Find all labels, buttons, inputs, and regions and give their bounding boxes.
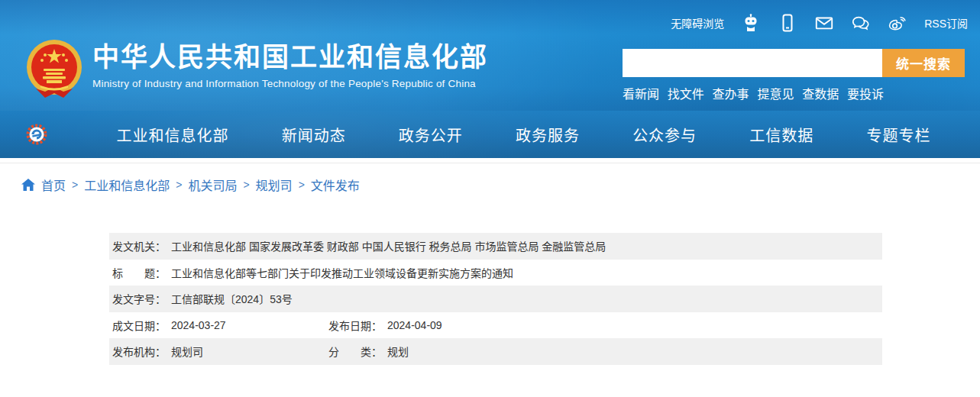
- nav-item-news[interactable]: 新闻动态: [282, 124, 346, 146]
- document-metadata-table: 发文机关： 工业和信息化部 国家发展改革委 财政部 中国人民银行 税务总局 市场…: [109, 233, 882, 365]
- mail-icon[interactable]: [814, 13, 834, 33]
- site-subtitle: Ministry of Industry and Information Tec…: [92, 78, 488, 89]
- meta-row-document-number: 发文字号： 工信部联规〔2024〕53号: [109, 286, 882, 312]
- site-title: 中华人民共和国工业和信息化部: [92, 43, 488, 73]
- meta-row-publisher-category: 发布机构： 规划司 分 类： 规划: [109, 338, 882, 365]
- breadcrumb-separator: >: [299, 179, 305, 191]
- unified-search-button[interactable]: 统一搜索: [882, 49, 965, 77]
- nav-item-special[interactable]: 专题专栏: [866, 124, 930, 146]
- home-icon[interactable]: [21, 179, 35, 191]
- quick-link-complaint[interactable]: 要投诉: [847, 84, 884, 102]
- wechat-icon[interactable]: [851, 13, 871, 33]
- meta-row-dates: 成文日期： 2024-03-27 发布日期： 2024-04-09: [109, 312, 882, 339]
- breadcrumb-separator: >: [72, 179, 78, 191]
- nav-item-gov-affairs[interactable]: 政务公开: [399, 124, 463, 146]
- header-underline: [0, 158, 980, 163]
- meta-value: 工信部联规〔2024〕53号: [171, 291, 293, 306]
- gov-e-logo: [25, 123, 48, 146]
- utility-topbar: 无障碍浏览: [671, 11, 968, 35]
- search-area: 统一搜索 看新闻 找文件 查办事 提意见 查数据 要投诉: [623, 49, 965, 102]
- meta-row-issuing-agency: 发文机关： 工业和信息化部 国家发展改革委 财政部 中国人民银行 税务总局 市场…: [109, 233, 882, 260]
- search-input[interactable]: [623, 49, 882, 77]
- meta-value: 2024-03-27: [171, 319, 226, 331]
- quick-link-news[interactable]: 看新闻: [623, 84, 659, 102]
- breadcrumb-document-release[interactable]: 文件发布: [311, 176, 360, 194]
- meta-label: 发文机关：: [112, 238, 166, 253]
- mobile-icon[interactable]: [778, 13, 797, 33]
- breadcrumb-departments[interactable]: 机关司局: [188, 176, 237, 194]
- quick-links: 看新闻 找文件 查办事 提意见 查数据 要投诉: [623, 84, 884, 102]
- meta-label: 发文字号：: [112, 291, 166, 306]
- meta-value: 规划: [387, 344, 409, 359]
- meta-value: 规划司: [171, 344, 203, 359]
- meta-label: 标 题：: [112, 265, 166, 280]
- meta-label: 成文日期：: [112, 318, 166, 333]
- national-emblem-logo: [25, 38, 83, 101]
- weibo-icon[interactable]: [888, 13, 907, 33]
- robot-icon[interactable]: [741, 13, 761, 33]
- meta-value: 工业和信息化部 国家发展改革委 财政部 中国人民银行 税务总局 市场监管总局 金…: [171, 238, 606, 253]
- brand: 中华人民共和国工业和信息化部 Ministry of Industry and …: [25, 38, 488, 101]
- nav-list: 工业和信息化部 新闻动态 政务公开 政务服务 公众参与 工信数据 专题专栏: [48, 124, 980, 146]
- meta-label: 分 类：: [328, 344, 382, 359]
- quick-link-files[interactable]: 找文件: [668, 84, 704, 102]
- nav-item-participation[interactable]: 公众参与: [632, 124, 697, 146]
- breadcrumb: 首页 > 工业和信息化部 > 机关司局 > 规划司 > 文件发布: [0, 163, 980, 194]
- meta-value: 2024-04-09: [387, 319, 442, 331]
- meta-value: 工业和信息化部等七部门关于印发推动工业领域设备更新实施方案的通知: [171, 265, 513, 280]
- nav-item-miit[interactable]: 工业和信息化部: [117, 124, 229, 146]
- site-header: 无障碍浏览: [0, 0, 980, 158]
- nav-item-gov-services[interactable]: 政务服务: [516, 124, 580, 146]
- meta-label: 发布机构：: [112, 344, 166, 359]
- quick-link-services[interactable]: 查办事: [713, 84, 749, 102]
- meta-label: 发布日期：: [328, 318, 382, 333]
- breadcrumb-planning-dept[interactable]: 规划司: [256, 176, 293, 194]
- breadcrumb-miit[interactable]: 工业和信息化部: [84, 176, 170, 194]
- breadcrumb-separator: >: [243, 179, 249, 191]
- quick-link-data[interactable]: 查数据: [802, 84, 839, 102]
- quick-link-suggest[interactable]: 提意见: [757, 84, 794, 102]
- rss-link[interactable]: RSS订阅: [924, 15, 968, 31]
- main-navigation: 工业和信息化部 新闻动态 政务公开 政务服务 公众参与 工信数据 专题专栏: [0, 111, 980, 158]
- accessibility-link[interactable]: 无障碍浏览: [671, 15, 724, 31]
- breadcrumb-home[interactable]: 首页: [41, 176, 66, 194]
- meta-row-title: 标 题： 工业和信息化部等七部门关于印发推动工业领域设备更新实施方案的通知: [109, 260, 882, 286]
- breadcrumb-separator: >: [176, 179, 182, 191]
- nav-item-data[interactable]: 工信数据: [749, 124, 813, 146]
